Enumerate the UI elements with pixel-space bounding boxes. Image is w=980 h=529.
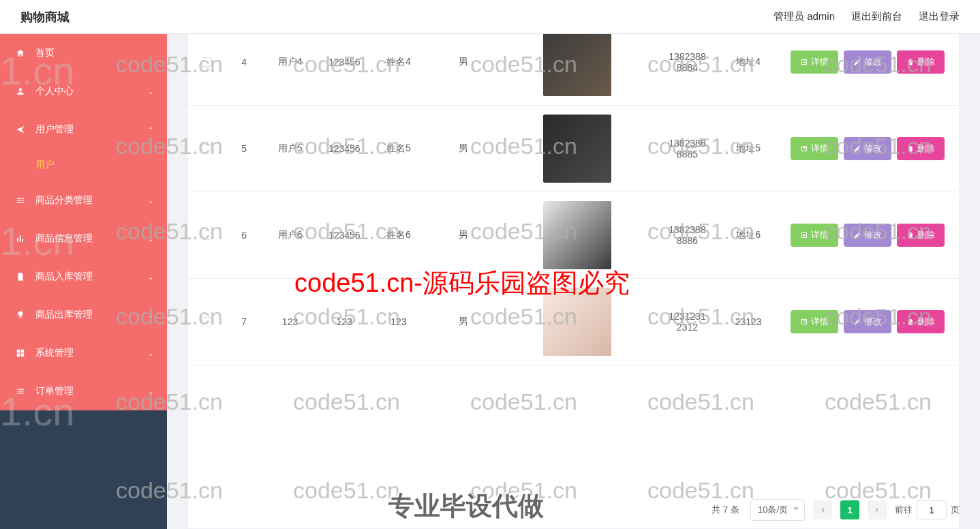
goto-label-suf: 页 [951,504,960,516]
cell-name: 姓名5 [371,137,426,160]
goto-label-pre: 前往 [895,504,913,516]
cell-password: 123456 [317,224,371,246]
list-icon [14,387,27,396]
cell-password: 123456 [317,51,371,73]
delete-button[interactable]: 删除 [897,50,945,74]
cell-id: 5 [226,138,263,160]
sidebar-item-stock-out[interactable]: 商品出库管理 ⌄ [0,296,167,334]
user-icon [14,87,27,96]
delete-button[interactable]: 删除 [897,137,945,160]
home-icon [14,48,27,58]
detail-button[interactable]: 详情 [791,50,838,74]
logo: 购物商城 [20,9,70,25]
cell-id: 7 [226,311,263,333]
sidebar-item-orders[interactable]: 订单管理 ⌄ [0,372,167,410]
chevron-down-icon: ⌄ [148,197,153,205]
sidebar-item-category[interactable]: 商品分类管理 ⌄ [0,181,167,220]
send-icon [14,125,27,134]
cell-user: 123 [263,311,318,333]
users-table: 3用户3123456姓名3男13823888883地址3详情修改删除4用户412… [188,34,959,365]
sidebar-subitem-users[interactable]: 用户 [0,149,167,181]
page-number-button[interactable]: 1 [840,500,859,519]
cell-sex: 男 [426,137,501,160]
edit-button[interactable]: 修改 [844,310,891,333]
cell-name: 姓名4 [371,50,426,74]
doc-icon [14,272,27,282]
chevron-up-icon: ⌃ [148,126,153,134]
sidebar-item-home[interactable]: 首页 [0,34,167,72]
table-row: 7123123123男1231231231223123详情修改删除 [188,279,959,365]
cell-sex: 男 [426,50,501,74]
cell-name: 123 [371,311,426,333]
sidebar-item-system[interactable]: 系统管理 ⌄ [0,334,167,372]
sidebar-label: 首页 [35,47,55,59]
chevron-down-icon: ⌄ [148,88,153,95]
edit-button[interactable]: 修改 [844,224,891,247]
delete-button[interactable]: 删除 [897,224,945,247]
cell-id: 4 [226,51,263,73]
sidebar-label: 商品出库管理 [35,309,93,321]
sidebar-label: 订单管理 [35,385,74,397]
chart-icon [14,234,27,243]
cell-address: 23123 [721,311,776,333]
delete-button[interactable]: 删除 [897,310,945,333]
table-row: 6用户6123456姓名6男13823888886地址6详情修改删除 [188,192,959,279]
cell-address: 地址6 [721,224,776,247]
cell-phone: 12312312312 [654,305,722,338]
edit-button[interactable]: 修改 [844,50,891,74]
cell-password: 123456 [317,138,371,160]
row-checkbox[interactable] [202,317,211,327]
sidebar-item-stock-in[interactable]: 商品入库管理 ⌄ [0,258,167,296]
detail-button[interactable]: 详情 [791,224,838,247]
goto-input[interactable] [917,500,947,519]
cell-phone: 13823888885 [654,132,722,165]
page-prev-button[interactable] [813,500,832,519]
cell-address: 地址5 [721,137,776,160]
table-row: 5用户5123456姓名5男13823888885地址5详情修改删除 [188,106,959,192]
chevron-down-icon: ⌄ [148,235,153,243]
chevron-down-icon: ⌄ [148,350,153,357]
sidebar-sub-label: 用户 [35,159,55,171]
sidebar-item-product-info[interactable]: 商品信息管理 ⌄ [0,220,167,258]
cell-password: 123 [317,311,371,333]
detail-button[interactable]: 详情 [791,310,838,333]
row-checkbox[interactable] [202,230,211,240]
header: 购物商城 管理员 admin 退出到前台 退出登录 [0,0,980,34]
avatar [543,34,611,96]
page-size-select[interactable]: 10条/页 [750,499,805,521]
bulb-icon [14,310,27,320]
page-total: 共 7 条 [711,504,739,516]
table-row: 4用户4123456姓名4男13823888884地址4详情修改删除 [188,34,959,106]
sidebar-label: 商品入库管理 [35,271,93,283]
chevron-down-icon: ⌄ [148,312,153,319]
sidebar-item-profile[interactable]: 个人中心 ⌄ [0,72,167,110]
avatar [543,115,611,183]
sidebar-label: 商品信息管理 [35,232,93,245]
row-checkbox[interactable] [202,57,211,67]
admin-label[interactable]: 管理员 admin [774,10,835,23]
pagination: 共 7 条 10条/页 1 前往 页 [711,499,960,521]
grid-icon [14,348,27,358]
avatar [543,201,611,269]
logout-link[interactable]: 退出登录 [919,10,960,23]
chevron-down-icon: ⌄ [148,388,153,395]
row-checkbox[interactable] [202,144,211,153]
avatar [543,288,611,356]
cell-sex: 男 [426,224,501,247]
sidebar-item-user-mgmt[interactable]: 用户管理 ⌃ [0,110,167,149]
sidebar-label: 系统管理 [35,347,74,359]
main-content: 3用户3123456姓名3男13823888883地址3详情修改删除4用户412… [167,34,980,529]
sidebar: 首页 个人中心 ⌄ 用户管理 ⌃ 用户 商品分类管理 ⌄ 商品信息管理 ⌄ 商品… [0,34,167,529]
caret-down-icon [793,507,799,511]
detail-button[interactable]: 详情 [791,137,838,160]
cell-name: 姓名6 [371,224,426,247]
cell-phone: 13823888884 [654,46,722,78]
sidebar-label: 商品分类管理 [35,194,93,207]
page-next-button[interactable] [868,500,887,519]
cell-id: 6 [226,224,263,246]
cell-user: 用户6 [263,224,318,247]
back-to-front-link[interactable]: 退出到前台 [851,10,902,23]
chevron-down-icon: ⌄ [148,273,153,281]
edit-button[interactable]: 修改 [844,137,891,160]
cell-user: 用户5 [263,137,318,160]
